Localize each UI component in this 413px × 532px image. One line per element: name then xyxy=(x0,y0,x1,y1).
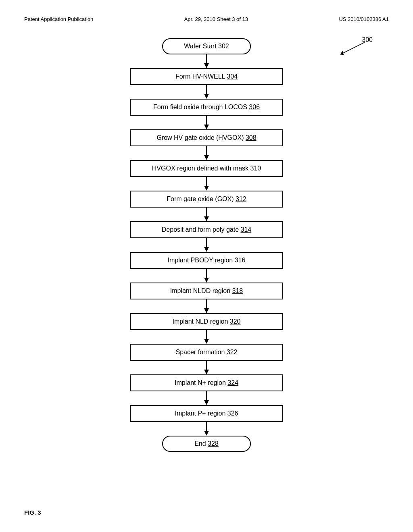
svg-marker-26 xyxy=(204,431,209,436)
page: Patent Application Publication Apr. 29, … xyxy=(0,0,413,532)
arrow-302 xyxy=(204,54,209,68)
node-label-316: Implant PBODY region xyxy=(168,257,235,264)
flow-node-326: Implant P+ region 326 xyxy=(130,405,283,422)
node-label-322: Spacer formation xyxy=(176,349,227,355)
node-number-308: 308 xyxy=(246,134,257,141)
arrow-322 xyxy=(204,361,209,374)
arrow-320 xyxy=(204,330,209,344)
arrow-324 xyxy=(204,391,209,405)
arrow-310 xyxy=(204,177,209,191)
svg-marker-6 xyxy=(204,125,209,129)
header-right: US 2010/0102386 A1 xyxy=(339,16,389,22)
flow-node-324: Implant N+ region 324 xyxy=(130,374,283,391)
node-box-326: Implant P+ region 326 xyxy=(130,405,283,422)
node-box-318: Implant NLDD region 318 xyxy=(130,283,283,299)
node-label-304: Form HV-NWELL xyxy=(175,73,227,80)
flow-node-306: Form field oxide through LOCOS 306 xyxy=(130,99,283,116)
arrow-svg-324 xyxy=(204,391,209,405)
svg-marker-10 xyxy=(204,186,209,191)
node-number-306: 306 xyxy=(249,104,260,110)
svg-marker-24 xyxy=(204,400,209,405)
node-label-306: Form field oxide through LOCOS xyxy=(153,104,249,110)
arrow-318 xyxy=(204,299,209,313)
flow-node-302: Wafer Start 302 xyxy=(162,38,251,54)
svg-marker-12 xyxy=(204,216,209,221)
node-number-310: 310 xyxy=(250,165,261,172)
node-box-316: Implant PBODY region 316 xyxy=(130,252,283,269)
node-label-318: Implant NLDD region xyxy=(170,287,232,294)
arrow-svg-308 xyxy=(204,146,209,160)
svg-marker-20 xyxy=(204,339,209,344)
flow-node-322: Spacer formation 322 xyxy=(130,344,283,361)
header-center: Apr. 29, 2010 Sheet 3 of 13 xyxy=(184,16,248,22)
node-label-314: Deposit and form poly gate xyxy=(162,226,241,233)
flow-node-328: End 328 xyxy=(162,436,251,452)
node-box-304: Form HV-NWELL 304 xyxy=(130,68,283,85)
node-number-304: 304 xyxy=(227,73,238,80)
node-number-326: 326 xyxy=(227,410,238,417)
svg-marker-16 xyxy=(204,278,209,283)
flow-node-320: Implant NLD region 320 xyxy=(130,313,283,330)
node-label-312: Form gate oxide (GOX) xyxy=(167,195,236,202)
svg-line-0 xyxy=(340,42,365,54)
node-number-314: 314 xyxy=(240,226,251,233)
svg-marker-4 xyxy=(204,94,209,99)
node-label-302: Wafer Start xyxy=(184,43,218,50)
arrow-308 xyxy=(204,146,209,160)
svg-marker-8 xyxy=(204,155,209,160)
node-box-302: Wafer Start 302 xyxy=(162,38,251,54)
arrow-312 xyxy=(204,208,209,221)
arrow-326 xyxy=(204,422,209,436)
arrow-svg-326 xyxy=(204,422,209,436)
node-box-308: Grow HV gate oxide (HVGOX) 308 xyxy=(130,129,283,146)
node-label-310: HVGOX region defined with mask xyxy=(152,165,250,172)
flow-node-308: Grow HV gate oxide (HVGOX) 308 xyxy=(130,129,283,146)
header-left: Patent Application Publication xyxy=(24,16,93,22)
node-box-322: Spacer formation 322 xyxy=(130,344,283,361)
node-number-312: 312 xyxy=(236,195,246,202)
svg-marker-14 xyxy=(204,247,209,252)
node-label-308: Grow HV gate oxide (HVGOX) xyxy=(156,134,246,141)
arrow-svg-314 xyxy=(204,238,209,252)
node-number-328: 328 xyxy=(208,440,219,447)
arrow-svg-304 xyxy=(204,85,209,99)
node-number-302: 302 xyxy=(218,43,229,50)
arrow-314 xyxy=(204,238,209,252)
node-box-306: Form field oxide through LOCOS 306 xyxy=(130,99,283,116)
flow-node-312: Form gate oxide (GOX) 312 xyxy=(130,191,283,208)
arrow-svg-322 xyxy=(204,361,209,374)
arrow-svg-320 xyxy=(204,330,209,344)
arrow-304 xyxy=(204,85,209,99)
node-number-320: 320 xyxy=(230,318,241,325)
arrow-svg-316 xyxy=(204,269,209,283)
flow-node-314: Deposit and form poly gate 314 xyxy=(130,221,283,238)
arrow-svg-312 xyxy=(204,208,209,221)
svg-marker-2 xyxy=(204,63,209,68)
node-box-310: HVGOX region defined with mask 310 xyxy=(130,160,283,177)
node-label-320: Implant NLD region xyxy=(173,318,230,325)
arrow-316 xyxy=(204,269,209,283)
node-box-312: Form gate oxide (GOX) 312 xyxy=(130,191,283,208)
arrow-svg-318 xyxy=(204,299,209,313)
page-header: Patent Application Publication Apr. 29, … xyxy=(24,16,389,22)
node-box-320: Implant NLD region 320 xyxy=(130,313,283,330)
node-number-324: 324 xyxy=(227,379,238,386)
arrow-svg-306 xyxy=(204,116,209,129)
node-box-314: Deposit and form poly gate 314 xyxy=(130,221,283,238)
node-label-326: Implant P+ region xyxy=(175,410,227,417)
flow-node-310: HVGOX region defined with mask 310 xyxy=(130,160,283,177)
node-box-324: Implant N+ region 324 xyxy=(130,374,283,391)
ref-number: 300 xyxy=(362,36,373,44)
svg-marker-18 xyxy=(204,308,209,313)
node-number-316: 316 xyxy=(235,257,246,264)
node-box-328: End 328 xyxy=(162,436,251,452)
arrow-306 xyxy=(204,116,209,129)
flow-node-316: Implant PBODY region 316 xyxy=(130,252,283,269)
arrow-svg-302 xyxy=(204,54,209,68)
flow-node-318: Implant NLDD region 318 xyxy=(130,283,283,299)
node-label-328: End xyxy=(194,440,208,447)
arrow-svg-310 xyxy=(204,177,209,191)
flowchart: Wafer Start 302Form HV-NWELL 304Form fie… xyxy=(24,34,389,452)
node-number-318: 318 xyxy=(232,287,243,294)
flow-node-304: Form HV-NWELL 304 xyxy=(130,68,283,85)
